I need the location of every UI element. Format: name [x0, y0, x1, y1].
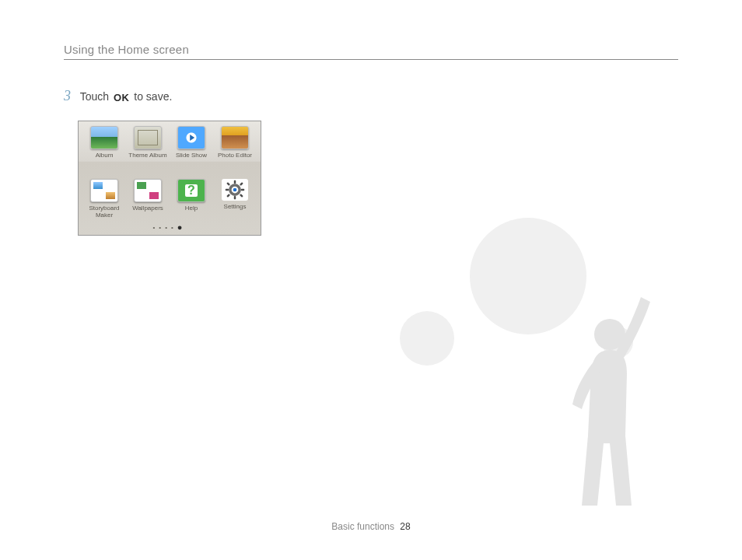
pager-dot: •	[165, 224, 171, 231]
photo-editor-icon	[221, 126, 249, 149]
svg-rect-8	[240, 194, 243, 198]
svg-point-2	[233, 188, 237, 192]
pager-dot: •	[159, 224, 165, 231]
decorative-illustration	[369, 218, 695, 513]
app-label: Storyboard Maker	[84, 205, 124, 219]
gear-icon	[224, 179, 246, 201]
app-settings: Settings	[214, 179, 256, 227]
ok-icon: OK	[112, 92, 131, 103]
app-wallpapers: Wallpapers	[127, 179, 169, 227]
app-label: Album	[96, 152, 114, 159]
step-text-suffix: to save.	[134, 90, 172, 103]
app-grid: Album Theme Album Slide Show Photo Edito…	[79, 121, 261, 227]
pager-dot-active: ●	[177, 222, 187, 232]
wallpapers-icon	[134, 179, 162, 202]
svg-rect-3	[234, 180, 236, 184]
svg-point-11	[594, 319, 625, 350]
manual-page: Using the Home screen 3 Touch OK to save…	[0, 0, 742, 560]
help-glyph: ?	[185, 184, 198, 197]
bubble-icon	[470, 218, 586, 334]
app-label: Slide Show	[176, 152, 207, 159]
app-label: Help	[185, 205, 198, 212]
bubble-icon	[602, 381, 624, 403]
app-label: Theme Album	[128, 152, 166, 159]
home-screen-screenshot: Album Theme Album Slide Show Photo Edito…	[78, 121, 261, 236]
album-icon	[90, 126, 118, 149]
app-help: ? Help	[170, 179, 212, 227]
pager-dot: •	[171, 224, 177, 231]
svg-rect-9	[240, 182, 243, 186]
page-indicator: ••••●	[79, 222, 261, 232]
app-photo-editor: Photo Editor	[214, 126, 256, 177]
app-slide-show: Slide Show	[170, 126, 212, 177]
settings-icon	[222, 179, 248, 201]
svg-rect-5	[226, 189, 229, 191]
footer-page-number: 28	[400, 521, 410, 532]
help-icon: ?	[177, 179, 205, 202]
svg-rect-6	[241, 189, 244, 191]
step-text-prefix: Touch	[80, 90, 112, 103]
app-theme-album: Theme Album	[127, 126, 169, 177]
step-instruction: 3 Touch OK to save.	[64, 88, 172, 104]
slide-show-icon	[177, 126, 205, 149]
footer-section: Basic functions	[331, 521, 394, 532]
child-pointing-icon	[524, 280, 680, 513]
app-storyboard-maker: Storyboard Maker	[83, 179, 125, 227]
storyboard-maker-icon	[90, 179, 118, 202]
header-title: Using the Home screen	[64, 43, 189, 56]
bubble-icon	[400, 311, 454, 366]
app-label: Settings	[224, 203, 247, 210]
bubble-icon	[602, 327, 633, 358]
svg-rect-10	[226, 194, 230, 198]
app-album: Album	[83, 126, 125, 177]
svg-rect-7	[226, 182, 230, 186]
step-number: 3	[64, 88, 71, 103]
page-footer: Basic functions 28	[0, 521, 742, 532]
app-label: Wallpapers	[132, 205, 163, 212]
svg-rect-4	[234, 196, 236, 199]
theme-album-icon	[134, 126, 162, 149]
page-section-header: Using the Home screen	[64, 43, 678, 60]
app-label: Photo Editor	[218, 152, 252, 159]
